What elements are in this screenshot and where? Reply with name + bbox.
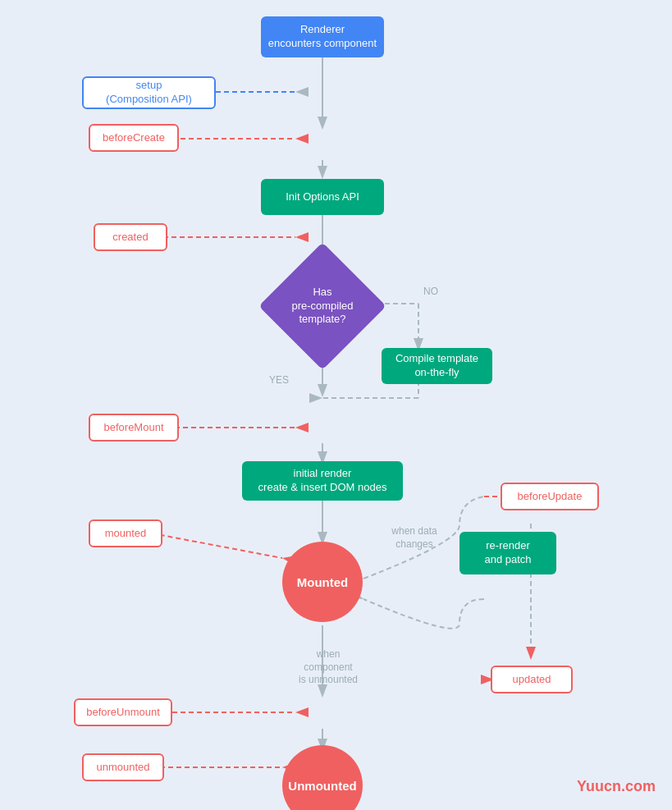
lifecycle-diagram: Rendererencounters component setup(Compo… <box>0 0 672 810</box>
when-data-changes-label: when datachanges <box>373 525 455 551</box>
mounted-hook-box: mounted <box>89 519 162 547</box>
unmounted-hook-box: unmounted <box>82 753 164 781</box>
no-label: NO <box>414 286 447 299</box>
created-box: created <box>94 223 167 251</box>
setup-box: setup(Composition API) <box>82 76 216 109</box>
svg-line-17 <box>144 532 282 558</box>
before-mount-box: beforeMount <box>89 414 179 442</box>
unmounted-circle: Unmounted <box>282 745 363 810</box>
watermark: Yuucn.com <box>577 778 656 795</box>
initial-render-box: initial rendercreate & insert DOM nodes <box>242 461 403 501</box>
mounted-circle: Mounted <box>282 542 363 622</box>
re-render-box: re-renderand patch <box>459 532 556 574</box>
diamond-text: Haspre-compiledtemplate? <box>261 264 384 348</box>
before-update-box: beforeUpdate <box>501 483 599 510</box>
yes-label: YES <box>263 374 295 387</box>
renderer-box: Rendererencounters component <box>261 16 384 57</box>
before-create-box: beforeCreate <box>89 124 179 152</box>
compile-template-box: Compile templateon-the-fly <box>382 348 492 384</box>
when-unmounted-label: whencomponentis unmounted <box>287 648 369 687</box>
before-unmount-box: beforeUnmount <box>74 698 172 726</box>
init-options-box: Init Options API <box>261 179 384 215</box>
updated-box: updated <box>491 666 573 693</box>
